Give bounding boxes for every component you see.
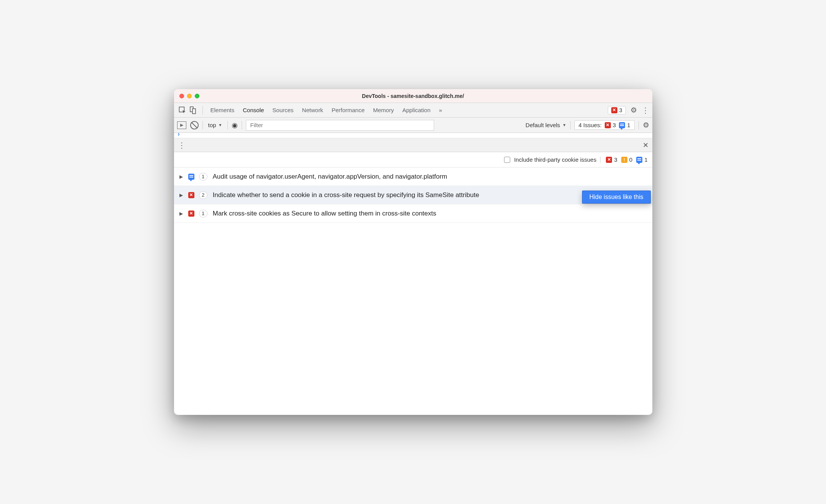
counter-warnings[interactable]: !0 [621, 156, 632, 163]
filter-input[interactable] [246, 120, 434, 131]
live-expression-icon[interactable]: ◉ [232, 121, 238, 129]
counter-info[interactable]: 1 [636, 156, 647, 163]
issue-list: ▶ 1 Audit usage of navigator.userAgent, … [174, 167, 652, 223]
tab-memory[interactable]: Memory [373, 107, 394, 113]
warning-icon: ! [621, 157, 627, 163]
tab-sources[interactable]: Sources [272, 107, 294, 113]
context-label: top [208, 122, 216, 128]
divider [242, 121, 242, 129]
disclosure-triangle-icon[interactable]: ▶ [179, 174, 183, 179]
error-icon: ✕ [188, 211, 194, 217]
issues-toolbar: Include third-party cookie issues ✕3 !0 … [174, 152, 652, 167]
close-drawer-icon[interactable]: ✕ [643, 141, 649, 149]
clear-console-icon[interactable] [190, 121, 199, 129]
issue-count-pill: 1 [199, 210, 207, 217]
error-icon: ✕ [611, 107, 617, 113]
issues-counters: ✕3 !0 1 [600, 156, 647, 163]
window-title: DevTools - samesite-sandbox.glitch.me/ [174, 93, 652, 99]
toggle-sidebar-icon[interactable]: ▶ [177, 121, 186, 129]
tab-network[interactable]: Network [302, 107, 323, 113]
panel-tabs: Elements Console Sources Network Perform… [211, 107, 608, 113]
divider [570, 121, 571, 129]
tabs-overflow-button[interactable]: » [439, 107, 442, 113]
counter-errors[interactable]: ✕3 [606, 156, 617, 163]
issue-title: Audit usage of navigator.userAgent, navi… [213, 173, 448, 181]
info-icon [188, 174, 194, 180]
console-settings-gear-icon[interactable]: ⚙ [643, 121, 649, 129]
issue-count-pill: 1 [199, 173, 207, 181]
more-menu-icon[interactable]: ⋮ [642, 106, 649, 114]
divider [639, 121, 639, 129]
issues-chip-errors: 3 [613, 122, 616, 128]
svg-rect-2 [192, 109, 196, 114]
console-prompt[interactable] [174, 133, 652, 138]
issues-chip-info: 1 [627, 122, 630, 128]
device-toolbar-icon[interactable] [188, 105, 199, 116]
context-menu-item-hide[interactable]: Hide issues like this [589, 194, 644, 200]
log-levels-selector[interactable]: Default levels ▼ [526, 122, 566, 128]
empty-content-area [174, 223, 652, 415]
main-tabbar: Elements Console Sources Network Perform… [174, 103, 652, 118]
include-third-party-label: Include third-party cookie issues [514, 156, 596, 163]
info-icon [636, 157, 642, 163]
divider [202, 121, 203, 129]
error-icon: ✕ [605, 122, 611, 128]
include-third-party-checkbox[interactable] [504, 157, 510, 163]
settings-gear-icon[interactable]: ⚙ [630, 106, 637, 114]
console-toolbar: ▶ top ▼ ◉ Default levels ▼ 4 Issues: ✕3 … [174, 118, 652, 133]
issue-row[interactable]: ▶ ✕ 2 Indicate whether to send a cookie … [174, 186, 652, 204]
issue-title: Mark cross-site cookies as Secure to all… [213, 210, 436, 217]
issue-title: Indicate whether to send a cookie in a c… [213, 191, 479, 199]
log-levels-label: Default levels [526, 122, 560, 128]
drawer-menu-icon[interactable]: ⋮ [178, 141, 186, 149]
error-icon: ✕ [606, 157, 612, 163]
info-icon [619, 122, 625, 128]
disclosure-triangle-icon[interactable]: ▶ [179, 192, 183, 198]
errors-count: 3 [619, 107, 622, 113]
context-selector[interactable]: top ▼ [207, 122, 224, 128]
traffic-lights [174, 94, 199, 98]
error-icon: ✕ [188, 192, 194, 198]
inspect-element-icon[interactable] [177, 105, 188, 116]
context-menu: Hide issues like this [582, 191, 651, 204]
issue-row[interactable]: ▶ ✕ 1 Mark cross-site cookies as Secure … [174, 204, 652, 223]
issues-chip-label: 4 Issues: [579, 122, 602, 128]
disclosure-triangle-icon[interactable]: ▶ [179, 211, 183, 216]
issues-chip[interactable]: 4 Issues: ✕3 1 [574, 120, 635, 130]
devtools-window: DevTools - samesite-sandbox.glitch.me/ E… [174, 89, 652, 415]
dropdown-triangle-icon: ▼ [562, 123, 566, 127]
titlebar: DevTools - samesite-sandbox.glitch.me/ [174, 89, 652, 103]
divider [227, 121, 228, 129]
tab-application[interactable]: Application [402, 107, 430, 113]
close-window-button[interactable] [179, 94, 184, 98]
drawer-header: ⋮ ✕ [174, 138, 652, 152]
tab-console[interactable]: Console [243, 107, 264, 113]
errors-badge[interactable]: ✕ 3 [608, 106, 626, 114]
issue-count-pill: 2 [199, 191, 207, 199]
maximize-window-button[interactable] [195, 94, 199, 98]
tab-elements[interactable]: Elements [211, 107, 235, 113]
issue-row[interactable]: ▶ 1 Audit usage of navigator.userAgent, … [174, 167, 652, 186]
tab-performance[interactable]: Performance [332, 107, 365, 113]
dropdown-triangle-icon: ▼ [218, 123, 222, 127]
divider [202, 106, 203, 114]
minimize-window-button[interactable] [187, 94, 192, 98]
